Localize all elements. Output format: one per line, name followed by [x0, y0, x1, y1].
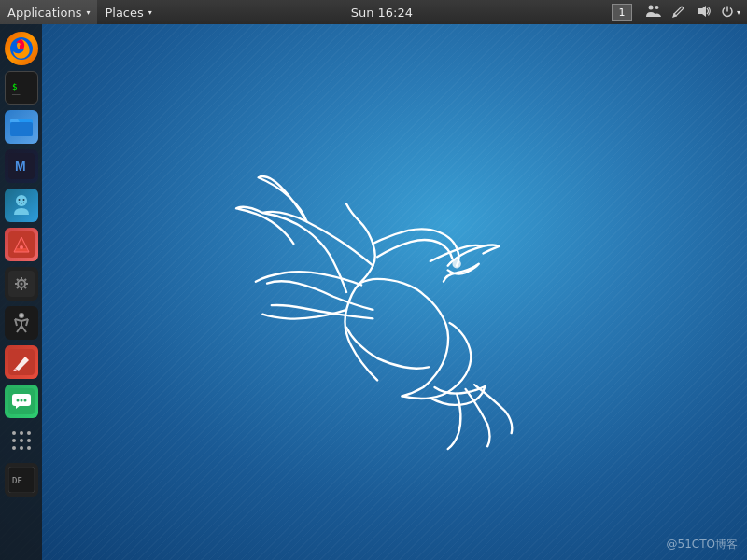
svg-point-42	[12, 446, 16, 450]
top-bar-left: Applications ▾ Places ▾	[0, 0, 160, 24]
people-icon	[646, 5, 661, 21]
top-bar: Applications ▾ Places ▾ Sun 16:24 1	[0, 0, 747, 24]
power-tray-area[interactable]: ▾	[718, 0, 743, 24]
svg-point-40	[20, 439, 23, 442]
watermark: @51CTO博客	[667, 537, 738, 553]
volume-icon	[697, 5, 712, 21]
people-tray-icon[interactable]	[641, 0, 666, 24]
sidebar-item-firefox[interactable]	[5, 32, 38, 65]
svg-line-23	[17, 279, 19, 281]
svg-point-37	[20, 431, 23, 435]
svg-point-15	[20, 245, 23, 249]
desktop: Applications ▾ Places ▾ Sun 16:24 1	[0, 0, 747, 560]
svg-point-38	[27, 431, 31, 435]
power-icon	[721, 5, 734, 21]
watermark-text: @51CTO博客	[667, 538, 738, 551]
svg-point-12	[18, 199, 20, 201]
svg-point-13	[22, 199, 24, 201]
sidebar-item-draw[interactable]	[5, 345, 38, 379]
svg-point-18	[20, 283, 22, 286]
svg-text:──: ──	[11, 91, 21, 99]
workspace-box: 1	[612, 4, 632, 21]
volume-tray-icon[interactable]	[692, 0, 716, 24]
svg-line-26	[17, 287, 19, 289]
sidebar-item-settings[interactable]	[5, 267, 38, 301]
sidebar-item-mail[interactable]: M	[5, 149, 38, 183]
sidebar-item-de[interactable]: DE	[5, 463, 38, 497]
svg-line-25	[24, 279, 26, 281]
svg-point-28	[20, 314, 23, 317]
svg-point-36	[12, 431, 16, 435]
kali-dragon-logo	[42, 24, 747, 560]
sidebar-item-files[interactable]	[5, 110, 38, 144]
svg-point-39	[12, 439, 16, 442]
svg-text:M: M	[15, 159, 26, 174]
svg-point-43	[20, 446, 23, 450]
places-label: Places	[105, 6, 143, 20]
pencil-tray-icon[interactable]	[668, 0, 690, 24]
sidebar-item-burpsuite[interactable]	[5, 228, 38, 261]
sidebar-item-character[interactable]	[5, 189, 38, 222]
applications-arrow-icon: ▾	[86, 8, 90, 17]
top-bar-center: Sun 16:24	[160, 6, 604, 20]
places-menu[interactable]: Places ▾	[97, 0, 159, 24]
top-bar-right: 1	[604, 0, 747, 24]
workspace-number: 1	[618, 7, 625, 19]
sidebar-item-appgrid[interactable]	[5, 424, 38, 457]
svg-text:DE: DE	[12, 476, 22, 485]
pencil-icon	[672, 5, 685, 21]
svg-point-1	[655, 6, 658, 9]
applications-menu[interactable]: Applications ▾	[0, 0, 97, 24]
svg-point-44	[27, 446, 31, 450]
svg-marker-2	[698, 6, 706, 17]
svg-line-24	[24, 287, 26, 289]
svg-rect-8	[10, 122, 33, 136]
places-arrow-icon: ▾	[148, 8, 152, 17]
sidebar-item-chat[interactable]	[5, 385, 38, 418]
sidebar-item-terminal[interactable]: $_ ──	[5, 71, 38, 105]
sidebar-item-accessibility[interactable]	[5, 306, 38, 340]
svg-point-11	[16, 195, 27, 206]
svg-point-34	[20, 399, 22, 402]
svg-point-0	[648, 5, 653, 9]
power-arrow-icon: ▾	[737, 8, 740, 17]
sidebar-dock: $_ ── M	[0, 24, 42, 560]
svg-point-33	[16, 399, 19, 402]
svg-point-35	[23, 399, 26, 402]
svg-point-41	[27, 439, 31, 442]
svg-text:$_: $_	[12, 82, 22, 91]
datetime-display[interactable]: Sun 16:24	[351, 6, 413, 20]
workspace-switcher[interactable]: 1	[604, 0, 640, 24]
applications-label: Applications	[7, 6, 81, 20]
